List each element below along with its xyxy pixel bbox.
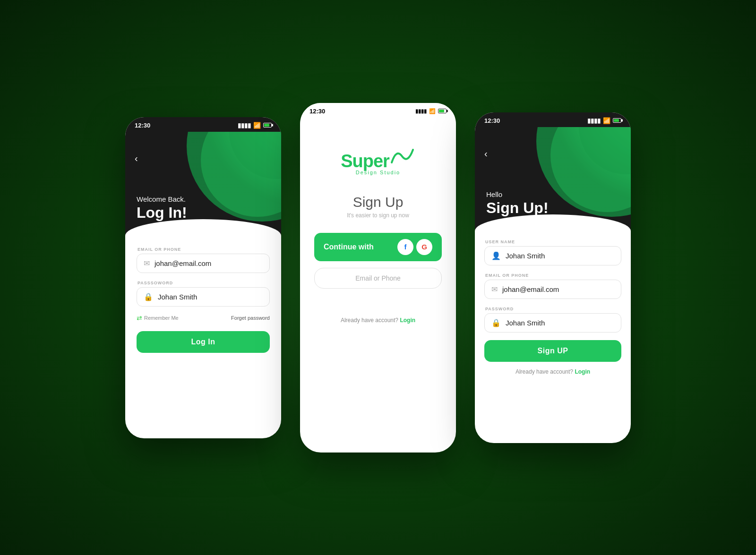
email-field-group-left: EMAIL OR PHONE ✉ johan@email.com xyxy=(137,247,270,273)
remember-me[interactable]: ⇄ Remember Me xyxy=(137,314,179,322)
login-button[interactable]: Log In xyxy=(137,331,270,353)
email-field-group-right: EMAIL OR PHONE ✉ johan@email.com xyxy=(484,273,621,299)
signup-header: ‹ Hello Sign Up! xyxy=(475,127,631,231)
signup-body: USER NAME 👤 Johan Smith EMAIL OR PHONE ✉… xyxy=(475,231,631,383)
signal-icon-right: ▮▮▮▮ xyxy=(587,117,601,124)
password-input-right[interactable]: 🔒 Johan Smith xyxy=(484,313,621,333)
toggle-icon: ⇄ xyxy=(137,314,142,322)
battery-icon-center xyxy=(438,109,447,113)
svg-point-2 xyxy=(201,132,281,217)
lock-icon-left: 🔒 xyxy=(144,292,153,301)
logo-container: Super xyxy=(341,146,415,171)
status-time-right: 12:30 xyxy=(484,117,500,124)
login-body: EMAIL OR PHONE ✉ johan@email.com PASSSOW… xyxy=(125,236,281,362)
password-value-left: Johan Smith xyxy=(158,293,197,301)
user-icon-right: 👤 xyxy=(491,251,501,260)
google-icon[interactable]: G xyxy=(416,239,432,255)
login-link-center[interactable]: Login xyxy=(400,317,415,324)
facebook-icon[interactable]: f xyxy=(397,239,413,255)
signup-title: Sign Up! xyxy=(486,199,549,217)
password-label-left: PASSSOWORD xyxy=(137,281,270,285)
signup-btn-wrapper: Sign UP xyxy=(484,340,621,362)
remember-row: ⇄ Remember Me Forget password xyxy=(137,314,270,322)
status-bar-center: 12:30 ▮▮▮▮ 📶 xyxy=(300,103,456,118)
center-body: Sign Up It's easier to sign up now Conti… xyxy=(300,189,456,333)
username-field-group: USER NAME 👤 Johan Smith xyxy=(484,239,621,265)
signup-header-content: Hello Sign Up! xyxy=(486,190,549,217)
password-field-group-left: PASSSOWORD 🔒 Johan Smith xyxy=(137,281,270,307)
status-icons-left: ▮▮▮▮ 📶 xyxy=(238,122,272,129)
continue-with-text: Continue with xyxy=(324,243,374,251)
mail-icon-left: ✉ xyxy=(144,259,150,268)
back-icon-left: ‹ xyxy=(135,153,138,163)
status-time-left: 12:30 xyxy=(135,122,150,129)
signup-form-phone: 12:30 ▮▮▮▮ 📶 xyxy=(475,112,631,443)
signup-button[interactable]: Sign UP xyxy=(484,340,621,362)
email-input-left[interactable]: ✉ johan@email.com xyxy=(137,254,270,273)
username-value: Johan Smith xyxy=(506,252,545,260)
status-icons-right: ▮▮▮▮ 📶 xyxy=(587,117,621,124)
email-label-right: EMAIL OR PHONE xyxy=(484,273,621,278)
login-phone: 12:30 ▮▮▮▮ 📶 xyxy=(125,117,281,438)
back-button-right[interactable]: ‹ xyxy=(484,148,488,159)
signal-icon-center: ▮▮▮▮ xyxy=(415,108,427,114)
login-header-content: Welcome Back. Log In! xyxy=(137,195,187,222)
username-label: USER NAME xyxy=(484,239,621,244)
already-text-right: Already have account? xyxy=(515,368,573,375)
password-value-right: Johan Smith xyxy=(506,319,545,327)
social-icons-group: f G xyxy=(397,239,432,255)
battery-icon-right xyxy=(613,118,621,123)
status-time-center: 12:30 xyxy=(309,108,325,115)
password-input-left[interactable]: 🔒 Johan Smith xyxy=(137,287,270,307)
back-icon-right: ‹ xyxy=(484,148,488,159)
wifi-icon-right: 📶 xyxy=(603,117,610,124)
login-title: Log In! xyxy=(137,204,187,222)
email-value-right: johan@email.com xyxy=(502,285,559,293)
already-text-center: Already have account? xyxy=(341,317,398,324)
wifi-icon: 📶 xyxy=(253,122,261,129)
status-icons-center: ▮▮▮▮ 📶 xyxy=(415,108,447,114)
lock-icon-right: 🔒 xyxy=(491,318,501,327)
email-input-right[interactable]: ✉ johan@email.com xyxy=(484,280,621,299)
email-phone-input-center[interactable]: Email or Phone xyxy=(314,268,442,289)
wifi-icon-center: 📶 xyxy=(429,108,436,114)
already-account-center: Already have account? Login xyxy=(314,317,442,324)
forget-password[interactable]: Forget password xyxy=(231,315,270,321)
mail-icon-right: ✉ xyxy=(491,285,498,294)
email-label-left: EMAIL OR PHONE xyxy=(137,247,270,252)
email-phone-label: Email or Phone xyxy=(355,274,401,282)
logo-symbol xyxy=(389,146,415,167)
login-subtitle: Welcome Back. xyxy=(137,195,187,203)
signup-subtitle: Hello xyxy=(486,190,549,198)
continue-with-button[interactable]: Continue with f G xyxy=(314,233,442,261)
login-header: ‹ Welcome Back. Log In! xyxy=(125,132,281,236)
logo-area: Super Design Studio xyxy=(300,118,456,189)
remember-label-text: Remember Me xyxy=(144,315,179,321)
signal-icon: ▮▮▮▮ xyxy=(238,122,251,129)
username-input[interactable]: 👤 Johan Smith xyxy=(484,246,621,265)
back-button-left[interactable]: ‹ xyxy=(135,153,138,164)
center-signup-sub: It's easier to sign up now xyxy=(314,212,442,219)
login-link-right[interactable]: Login xyxy=(575,368,590,375)
logo-subtitle: Design Studio xyxy=(356,170,401,175)
svg-point-5 xyxy=(550,127,631,212)
status-bar-right: 12:30 ▮▮▮▮ 📶 xyxy=(475,112,631,127)
fb-letter: f xyxy=(404,243,407,251)
battery-icon-left xyxy=(263,123,272,128)
password-label-right: PASSWORD xyxy=(484,307,621,311)
email-value-left: johan@email.com xyxy=(155,259,211,267)
status-bar-left: 12:30 ▮▮▮▮ 📶 xyxy=(125,117,281,132)
signup-landing-phone: 12:30 ▮▮▮▮ 📶 Super Design Studio Sign Up… xyxy=(300,103,456,453)
g-letter: G xyxy=(421,243,427,251)
already-account-right: Already have account? Login xyxy=(484,368,621,375)
password-field-group-right: PASSWORD 🔒 Johan Smith xyxy=(484,307,621,333)
logo-super: Super xyxy=(341,151,389,171)
center-signup-title: Sign Up xyxy=(314,194,442,210)
